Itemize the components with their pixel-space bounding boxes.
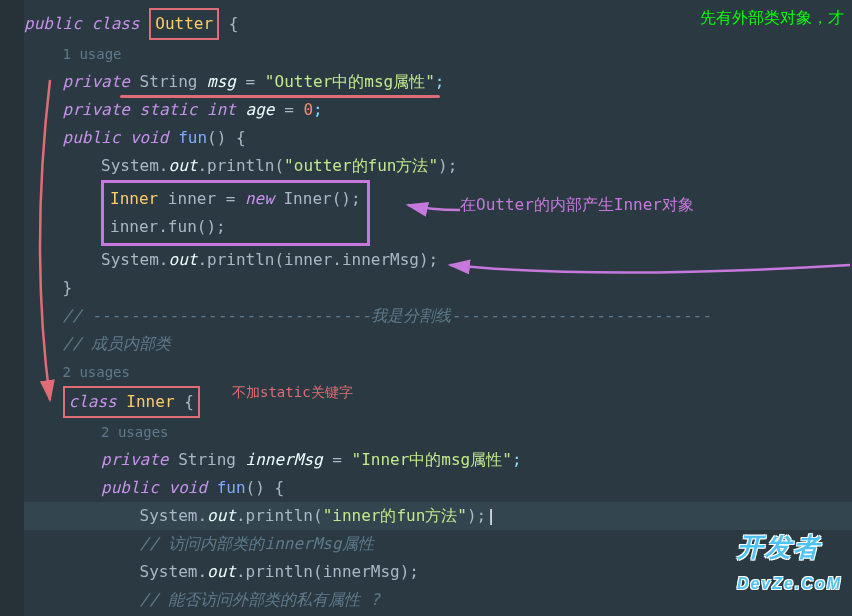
code-line[interactable]: private String innerMsg = "Inner中的msg属性"… (24, 446, 852, 474)
system: System. (140, 562, 207, 581)
system: System. (140, 506, 207, 525)
type: Inner (110, 189, 158, 208)
keyword: int (207, 100, 236, 119)
code-line[interactable]: } (24, 274, 852, 302)
code-line[interactable]: public void fun() { (24, 474, 852, 502)
method-call: inner.fun(); (110, 217, 226, 236)
highlight-box-magenta: Inner inner = new Inner();inner.fun(); (101, 180, 369, 246)
keyword: void (130, 128, 169, 147)
highlight-box: Outter (149, 8, 219, 40)
keyword: public (24, 14, 82, 33)
usage-hint[interactable]: 2 usages (101, 424, 168, 440)
string: "Outter中的msg属性" (265, 72, 435, 91)
code-line[interactable]: 1 usage (24, 40, 852, 68)
code-line[interactable]: System.out.println("outter的fun方法"); (24, 152, 852, 180)
field: innerMsg (246, 450, 323, 469)
annotation-magenta: 在Outter的内部产生Inner对象 (460, 195, 694, 216)
keyword: public (63, 128, 121, 147)
keyword: class (91, 14, 139, 33)
brace: } (63, 278, 73, 297)
comment: // 能否访问外部类的私有属性 ? (140, 590, 380, 609)
code-line[interactable]: Inner inner = new Inner();inner.fun(); (24, 180, 852, 246)
red-underline-annotation (120, 95, 440, 98)
annotation-green: 先有外部类对象，才 (700, 8, 844, 29)
code-line[interactable]: private static int age = 0; (24, 96, 852, 124)
highlight-box: class Inner { (63, 386, 200, 418)
class-name: Outter (155, 14, 213, 33)
code-line[interactable]: System.out.println(innerMsg); (24, 558, 852, 586)
keyword: private (63, 72, 130, 91)
code-line[interactable]: public void fun() { (24, 124, 852, 152)
code-line[interactable]: // 访问内部类的innerMsg属性 (24, 530, 852, 558)
number: 0 (303, 100, 313, 119)
method: fun (178, 128, 207, 147)
string: "inner的fun方法" (323, 506, 467, 525)
comment: // 访问内部类的innerMsg属性 (140, 534, 374, 553)
brace: { (219, 14, 238, 33)
code-line[interactable]: private String msg = "Outter中的msg属性"; (24, 68, 852, 96)
system: System. (101, 156, 168, 175)
type: String (178, 450, 236, 469)
string: "outter的fun方法" (284, 156, 438, 175)
comment: // -----------------------------我是分割线---… (63, 306, 711, 325)
code-line[interactable]: System.out.println(inner.innerMsg); (24, 246, 852, 274)
system: System. (101, 250, 168, 269)
code-line[interactable]: // 成员内部类 (24, 330, 852, 358)
code-line[interactable]: // 能否访问外部类的私有属性 ? (24, 586, 852, 614)
code-editor[interactable]: public class Outter { 1 usage private St… (0, 0, 852, 614)
keyword: static (140, 100, 198, 119)
method: fun (217, 478, 246, 497)
string: "Inner中的msg属性" (352, 450, 512, 469)
code-line[interactable]: // -----------------------------我是分割线---… (24, 302, 852, 330)
keyword: private (63, 100, 130, 119)
watermark: 开发者DevZe.CoM (737, 530, 842, 596)
keyword: class (69, 392, 117, 411)
field: age (246, 100, 275, 119)
usage-hint[interactable]: 1 usage (63, 46, 122, 62)
usage-hint[interactable]: 2 usages (63, 364, 130, 380)
type: String (140, 72, 198, 91)
comment: // 成员内部类 (63, 334, 172, 353)
keyword: private (101, 450, 168, 469)
caret-icon: | (486, 506, 496, 525)
keyword: void (169, 478, 208, 497)
code-line[interactable]: 2 usages (24, 358, 852, 386)
keyword: new (245, 189, 274, 208)
annotation-red: 不加static关键字 (232, 384, 353, 402)
code-line-current[interactable]: System.out.println("inner的fun方法");| (24, 502, 852, 530)
field: msg (207, 72, 236, 91)
class-name: Inner (126, 392, 174, 411)
keyword: public (101, 478, 159, 497)
code-line[interactable]: 2 usages (24, 418, 852, 446)
code-line[interactable]: class Inner { (24, 386, 852, 418)
